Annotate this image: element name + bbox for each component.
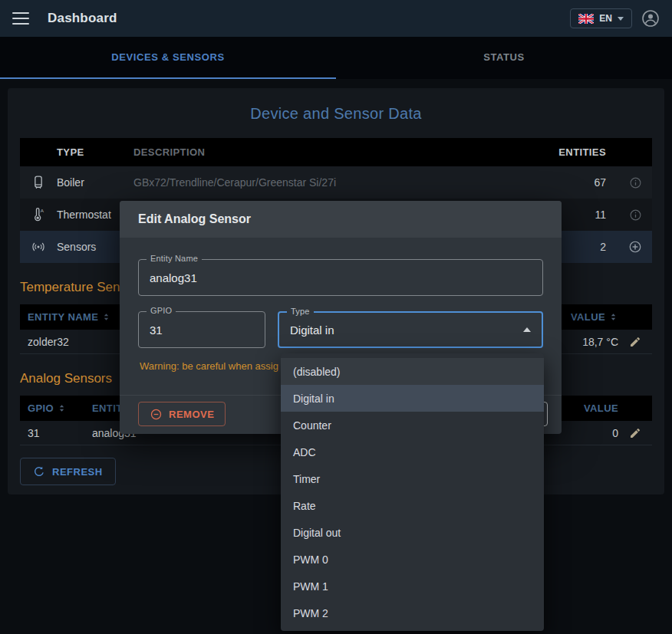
info-icon[interactable] (629, 209, 642, 222)
tab-status[interactable]: STATUS (336, 37, 672, 79)
header-description: DESCRIPTION (133, 146, 545, 158)
svg-text:A: A (41, 208, 44, 213)
add-circle-icon[interactable] (628, 240, 642, 254)
header-value[interactable]: VALUE (584, 402, 618, 414)
remove-button[interactable]: REMOVE (138, 402, 226, 426)
remove-circle-icon (150, 408, 163, 421)
dropdown-option-pwm2[interactable]: PWM 2 (281, 600, 544, 626)
chevron-up-icon (523, 327, 531, 332)
header-entity-name[interactable]: ENTITY NAME (28, 311, 98, 323)
entity-name-field[interactable]: Entity Name analog31 (138, 259, 543, 296)
table-row-boiler[interactable]: Boiler GBx72/Trendline/Cerapur/Greenstar… (20, 166, 652, 199)
type-label: Type (287, 307, 314, 316)
dropdown-option-pwm1[interactable]: PWM 1 (281, 573, 544, 600)
dropdown-option-rate[interactable]: Rate (281, 492, 544, 519)
cell-type: Boiler (57, 176, 133, 189)
dropdown-option-digital-in[interactable]: Digital in (281, 385, 544, 412)
header-entities: ENTITIES (545, 146, 606, 158)
menu-icon[interactable] (12, 12, 29, 25)
device-table-header: TYPE DESCRIPTION ENTITIES (20, 138, 652, 166)
language-label: EN (599, 13, 612, 24)
entity-name-label: Entity Name (147, 254, 202, 263)
boiler-icon (31, 174, 46, 191)
cell-gpio: 31 (20, 427, 92, 439)
gpio-value: 31 (150, 324, 163, 337)
type-value: Digital in (290, 324, 334, 337)
gpio-field[interactable]: GPIO 31 (138, 311, 265, 348)
cell-entities: 67 (545, 176, 606, 189)
tab-bar: DEVICES & SENSORS STATUS (0, 37, 672, 79)
remove-label: REMOVE (169, 409, 214, 420)
refresh-button[interactable]: REFRESH (20, 458, 116, 485)
dropdown-option-disabled[interactable]: (disabled) (281, 358, 544, 385)
header-value[interactable]: VALUE (571, 311, 605, 323)
thermostat-icon: A (31, 206, 46, 223)
sensors-icon (30, 239, 47, 255)
edit-pencil-icon[interactable] (629, 336, 641, 348)
refresh-label: REFRESH (52, 466, 103, 478)
uk-flag-icon (578, 14, 594, 24)
app-title: Dashboard (48, 11, 117, 26)
topbar: Dashboard EN (0, 0, 672, 37)
cell-description: GBx72/Trendline/Cerapur/Greenstar Si/27i (133, 176, 545, 189)
dropdown-option-timer[interactable]: Timer (281, 465, 544, 492)
edit-pencil-icon[interactable] (629, 427, 641, 439)
page-title: Device and Sensor Data (20, 88, 652, 123)
dropdown-option-digital-out[interactable]: Digital out (281, 519, 544, 546)
dialog-header: Edit Analog Sensor (120, 201, 562, 238)
dropdown-option-counter[interactable]: Counter (281, 412, 544, 439)
header-gpio[interactable]: GPIO (28, 402, 54, 414)
type-select[interactable]: Type Digital in (278, 311, 543, 348)
sort-icon[interactable] (57, 403, 67, 413)
header-type: TYPE (57, 146, 133, 158)
gpio-label: GPIO (147, 306, 176, 315)
dialog-title: Edit Analog Sensor (138, 212, 251, 226)
language-selector[interactable]: EN (570, 8, 632, 28)
tab-devices-sensors[interactable]: DEVICES & SENSORS (0, 37, 336, 79)
type-dropdown-menu: (disabled) Digital in Counter ADC Timer … (281, 353, 544, 631)
info-icon[interactable] (629, 176, 642, 189)
entity-name-value: analog31 (150, 271, 197, 284)
dropdown-option-adc[interactable]: ADC (281, 439, 544, 465)
app-root: Dashboard EN (0, 0, 672, 634)
sort-icon[interactable] (608, 312, 618, 322)
chevron-down-icon (618, 17, 624, 21)
dropdown-option-pwm0[interactable]: PWM 0 (281, 546, 544, 573)
sort-icon[interactable] (101, 312, 111, 322)
account-icon[interactable] (641, 9, 660, 28)
refresh-icon (33, 465, 45, 478)
